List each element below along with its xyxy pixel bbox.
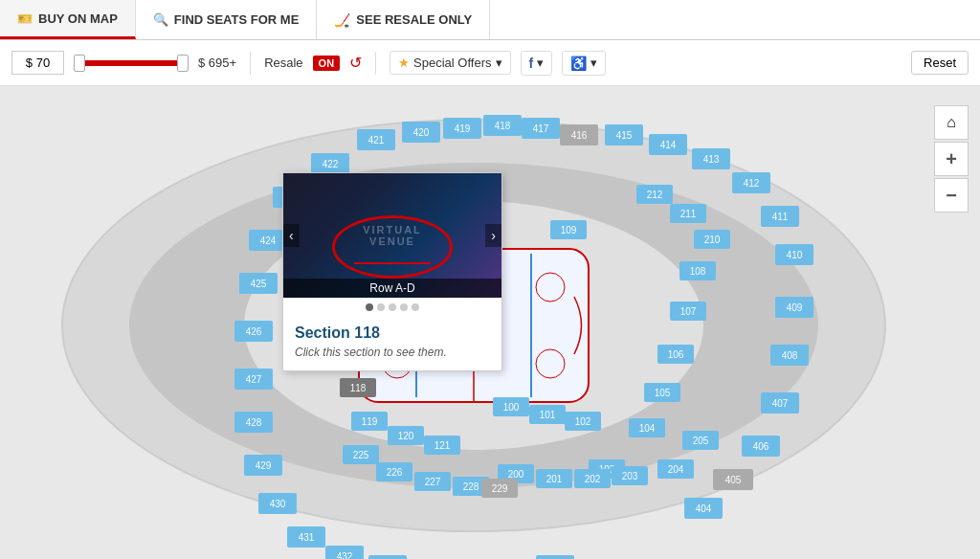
carousel-prev-button[interactable]: ‹ — [283, 224, 300, 247]
section-s409[interactable]: 409 — [775, 297, 813, 318]
section-s406[interactable]: 406 — [742, 436, 780, 457]
section-s102[interactable]: 102 — [565, 412, 601, 431]
dot-4[interactable] — [400, 303, 408, 311]
section-s431[interactable]: 431 — [287, 526, 325, 548]
section-s432[interactable]: 432 — [325, 546, 364, 559]
chevron-down-icon-fb: ▾ — [537, 56, 544, 70]
section-s417[interactable]: 417 — [522, 118, 560, 139]
section-s107[interactable]: 107 — [670, 302, 706, 321]
accessible-icon: ♿ — [570, 56, 587, 71]
section-number: Section 118 — [295, 324, 490, 342]
divider-2 — [375, 52, 376, 75]
section-s212[interactable]: 212 — [636, 185, 673, 204]
search-icon: 🔍 — [153, 12, 168, 27]
section-s414[interactable]: 414 — [649, 134, 687, 155]
section-s419[interactable]: 419 — [443, 118, 481, 139]
section-s424[interactable]: 424 — [249, 230, 287, 251]
tooltip-image: VIRTUAL VENUE ‹ › Row A-D — [283, 173, 501, 298]
section-s433[interactable]: 433 — [368, 555, 407, 559]
range-thumb-right[interactable] — [177, 55, 189, 72]
section-s430[interactable]: 430 — [258, 493, 297, 514]
section-s410[interactable]: 410 — [775, 244, 813, 265]
facebook-icon: f — [529, 56, 534, 71]
find-seats-label: FIND SEATS FOR ME — [174, 12, 299, 27]
carousel-next-button[interactable]: › — [485, 224, 501, 247]
price-min-input[interactable] — [11, 51, 64, 75]
section-s411[interactable]: 411 — [761, 206, 799, 227]
row-label: Row A-D — [283, 279, 501, 298]
buy-on-map-tab[interactable]: 🎫 BUY ON MAP — [0, 0, 136, 39]
section-s120[interactable]: 120 — [388, 426, 424, 445]
section-s418[interactable]: 418 — [483, 115, 522, 136]
section-s421[interactable]: 421 — [357, 129, 395, 150]
star-icon: ★ — [398, 56, 410, 70]
section-s100[interactable]: 100 — [493, 397, 529, 416]
section-s426[interactable]: 426 — [234, 321, 273, 342]
refresh-icon[interactable]: ↺ — [349, 54, 362, 72]
dot-2[interactable] — [377, 303, 385, 311]
section-s416[interactable]: 416 — [560, 124, 598, 145]
section-s412[interactable]: 412 — [732, 172, 770, 193]
zoom-in-button[interactable]: + — [934, 142, 969, 176]
top-navigation: 🎫 BUY ON MAP 🔍 FIND SEATS FOR ME 🏒 SEE R… — [0, 0, 980, 40]
section-s428[interactable]: 428 — [234, 412, 273, 433]
section-s405[interactable]: 405 — [713, 469, 753, 490]
section-s204[interactable]: 204 — [657, 459, 694, 479]
section-s404[interactable]: 404 — [684, 498, 723, 519]
price-max-label: $ 695+ — [198, 56, 236, 70]
section-s425[interactable]: 425 — [239, 273, 278, 294]
section-s109[interactable]: 109 — [550, 220, 587, 239]
section-s106[interactable]: 106 — [657, 345, 694, 364]
reset-button[interactable]: Reset — [911, 51, 969, 75]
resale-only-tab[interactable]: 🏒 SEE RESALE ONLY — [317, 0, 490, 39]
resale-label: Resale — [264, 56, 302, 70]
section-s226[interactable]: 226 — [376, 462, 412, 481]
section-s403[interactable]: 403 — [536, 555, 574, 559]
section-s229[interactable]: 229 — [481, 479, 518, 498]
section-s201[interactable]: 201 — [536, 469, 572, 488]
section-s420[interactable]: 420 — [402, 122, 440, 143]
section-s429[interactable]: 429 — [244, 455, 282, 476]
special-offers-button[interactable]: ★ Special Offers ▾ — [390, 51, 510, 75]
price-range-slider[interactable] — [74, 60, 189, 66]
divider-1 — [250, 52, 251, 75]
tooltip-body: Section 118 Click this section to see th… — [283, 317, 501, 370]
section-s202[interactable]: 202 — [574, 469, 611, 488]
filter-bar: $ 695+ Resale ON ↺ ★ Special Offers ▾ f … — [0, 40, 980, 86]
watermark-text: VIRTUAL VENUE — [338, 224, 447, 247]
section-s105[interactable]: 105 — [644, 383, 680, 402]
section-s211[interactable]: 211 — [670, 204, 706, 223]
section-s407[interactable]: 407 — [761, 392, 799, 414]
carousel-dots — [283, 298, 501, 317]
zoom-controls: ⌂ + − — [934, 105, 969, 212]
section-s205[interactable]: 205 — [682, 431, 719, 450]
buy-on-map-label: BUY ON MAP — [38, 11, 118, 26]
section-s227[interactable]: 227 — [414, 472, 451, 491]
range-thumb-left[interactable] — [74, 55, 85, 72]
section-s119[interactable]: 119 — [351, 412, 388, 431]
section-s101[interactable]: 101 — [529, 405, 566, 424]
facebook-filter-button[interactable]: f ▾ — [521, 51, 553, 76]
section-s210[interactable]: 210 — [694, 230, 730, 249]
section-s415[interactable]: 415 — [605, 124, 643, 145]
section-s118[interactable]: 118 — [340, 378, 376, 397]
dot-1[interactable] — [366, 303, 373, 311]
find-seats-tab[interactable]: 🔍 FIND SEATS FOR ME — [136, 0, 317, 39]
accessible-filter-button[interactable]: ♿ ▾ — [562, 51, 606, 76]
section-s422[interactable]: 422 — [311, 153, 349, 174]
section-s413[interactable]: 413 — [692, 148, 730, 169]
section-s408[interactable]: 408 — [770, 345, 809, 366]
special-offers-label: Special Offers — [413, 56, 491, 70]
dot-3[interactable] — [389, 303, 396, 311]
resale-on-badge[interactable]: ON — [313, 56, 341, 71]
ticket-icon: 🎫 — [17, 11, 33, 26]
section-s203[interactable]: 203 — [612, 466, 648, 485]
section-s225[interactable]: 225 — [343, 445, 379, 464]
section-s427[interactable]: 427 — [234, 369, 273, 390]
section-s121[interactable]: 121 — [424, 436, 460, 455]
home-button[interactable]: ⌂ — [934, 105, 969, 140]
section-s104[interactable]: 104 — [629, 418, 665, 437]
dot-5[interactable] — [412, 303, 419, 311]
section-s108[interactable]: 108 — [679, 261, 716, 280]
zoom-out-button[interactable]: − — [934, 178, 969, 212]
